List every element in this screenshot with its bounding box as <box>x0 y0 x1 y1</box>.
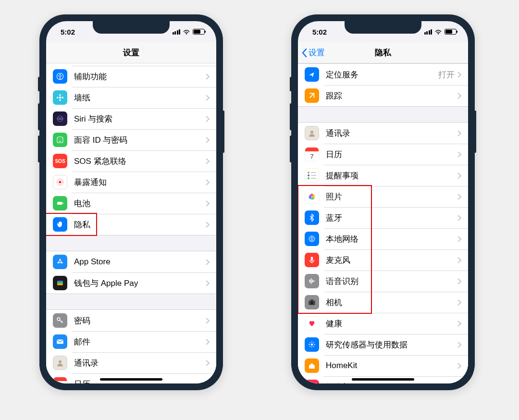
row-contacts[interactable]: 通讯录 <box>46 352 216 373</box>
chevron-right-icon <box>206 280 210 286</box>
chevron-right-icon <box>457 257 461 263</box>
chevron-right-icon <box>457 299 461 306</box>
nav-bar: 设置 隐私 <box>298 42 468 63</box>
row-photos[interactable]: 照片 <box>298 186 468 207</box>
chevron-right-icon <box>206 222 210 228</box>
row-bluetooth[interactable]: 蓝牙 <box>298 207 468 228</box>
row-exposure[interactable]: 暴露通知 <box>46 172 216 193</box>
cellular-icon <box>424 29 432 35</box>
wallet-icon <box>53 276 67 290</box>
row-research[interactable]: 研究传感器与使用数据 <box>298 334 468 355</box>
row-faceid[interactable]: 面容 ID 与密码 <box>46 129 216 150</box>
chevron-right-icon <box>457 173 461 179</box>
row-privacy[interactable]: 隐私 <box>46 214 216 235</box>
chevron-right-icon <box>206 74 210 80</box>
row-microphone[interactable]: 麦克风 <box>298 249 468 271</box>
home-indicator[interactable] <box>100 378 162 381</box>
privacy-content[interactable]: 定位服务打开跟踪通讯录7日历提醒事项照片蓝牙本地网络麦克风语音识别相机健康研究传… <box>298 63 468 383</box>
svg-rect-25 <box>57 340 63 344</box>
row-mail[interactable]: 邮件 <box>46 331 216 352</box>
row-label: 研究传感器与使用数据 <box>326 339 457 350</box>
media-icon <box>305 380 319 383</box>
row-calendar2[interactable]: 7日历 <box>298 144 468 165</box>
row-label: App Store <box>74 257 206 267</box>
svg-rect-13 <box>57 137 63 143</box>
row-sos[interactable]: SOSSOS 紧急联络 <box>46 150 216 172</box>
row-siri[interactable]: Siri 与搜索 <box>46 108 216 129</box>
chevron-right-icon <box>457 363 461 369</box>
chevron-right-icon <box>457 72 461 78</box>
status-time: 5:02 <box>312 28 327 36</box>
svg-point-26 <box>59 360 62 363</box>
row-label: 蓝牙 <box>326 212 457 223</box>
row-contacts2[interactable]: 通讯录 <box>298 123 468 144</box>
contacts2-icon <box>305 126 319 140</box>
row-label: 通讯录 <box>74 358 206 369</box>
row-localnet[interactable]: 本地网络 <box>298 228 468 249</box>
svg-point-41 <box>311 344 313 346</box>
chevron-right-icon <box>206 158 210 164</box>
chevron-right-icon <box>206 318 210 324</box>
row-label: HomeKit <box>326 361 457 371</box>
row-label: 电池 <box>74 198 206 209</box>
svg-point-11 <box>62 97 63 99</box>
settings-content[interactable]: 主屏幕辅助功能墙纸Siri 与搜索面容 ID 与密码SOSSOS 紧急联络暴露通… <box>46 63 216 383</box>
homekit-icon <box>305 358 319 373</box>
chevron-right-icon <box>206 179 210 185</box>
row-speech[interactable]: 语音识别 <box>298 271 468 292</box>
row-label: 语音识别 <box>326 276 457 287</box>
exposure-icon <box>53 175 67 189</box>
chevron-right-icon <box>206 360 210 366</box>
row-accessibility[interactable]: 辅助功能 <box>46 66 216 87</box>
faceid-icon <box>53 133 67 147</box>
microphone-icon <box>305 253 319 267</box>
row-passwords[interactable]: 密码 <box>46 310 216 331</box>
home-indicator[interactable] <box>352 378 414 381</box>
row-label: 定位服务 <box>326 69 438 80</box>
nav-title: 设置 <box>123 47 139 58</box>
svg-point-6 <box>60 74 61 75</box>
nav-bar: 设置 <box>46 42 216 63</box>
health-icon <box>305 316 319 331</box>
svg-rect-22 <box>57 281 63 283</box>
chevron-right-icon <box>457 151 461 158</box>
chevron-right-icon <box>457 194 461 200</box>
row-label: 墙纸 <box>74 92 206 103</box>
row-reminders[interactable]: 提醒事项 <box>298 165 468 186</box>
svg-rect-23 <box>57 283 63 284</box>
svg-point-24 <box>57 318 60 321</box>
battery-icon <box>193 29 205 35</box>
contacts-icon <box>53 356 67 370</box>
svg-point-9 <box>59 99 61 101</box>
row-battery[interactable]: 电池 <box>46 193 216 214</box>
notch <box>93 21 170 34</box>
accessibility-icon <box>53 69 67 84</box>
row-location[interactable]: 定位服务打开 <box>298 64 468 85</box>
svg-point-7 <box>59 97 62 99</box>
row-label: 日历 <box>326 149 457 160</box>
row-label: 麦克风 <box>326 255 457 266</box>
svg-rect-20 <box>62 203 63 204</box>
row-label: 邮件 <box>74 336 206 347</box>
row-appstore[interactable]: App Store <box>46 251 216 272</box>
svg-rect-40 <box>310 299 313 301</box>
row-label: 辅助功能 <box>74 71 206 82</box>
row-tracking[interactable]: 跟踪 <box>298 85 468 106</box>
row-label: 暴露通知 <box>74 177 206 188</box>
row-wallet[interactable]: 钱包与 Apple Pay <box>46 272 216 294</box>
wifi-icon <box>434 29 442 35</box>
chevron-right-icon <box>206 116 210 122</box>
bluetooth-icon <box>305 210 319 225</box>
battery-icon <box>445 29 457 35</box>
appstore-icon <box>53 255 67 269</box>
nav-back-button[interactable]: 设置 <box>302 47 325 58</box>
row-camera[interactable]: 相机 <box>298 292 468 313</box>
row-homekit[interactable]: HomeKit <box>298 355 468 376</box>
row-health[interactable]: 健康 <box>298 313 468 334</box>
row-wallpaper[interactable]: 墙纸 <box>46 87 216 108</box>
row-label: 提醒事项 <box>326 170 457 181</box>
svg-point-16 <box>59 181 62 184</box>
status-time: 5:02 <box>61 28 75 36</box>
svg-point-0 <box>186 33 187 34</box>
phone-settings: 5:02 设置 主屏幕辅助功能墙纸Siri 与搜索面容 ID 与密码SOSSOS… <box>39 14 223 390</box>
